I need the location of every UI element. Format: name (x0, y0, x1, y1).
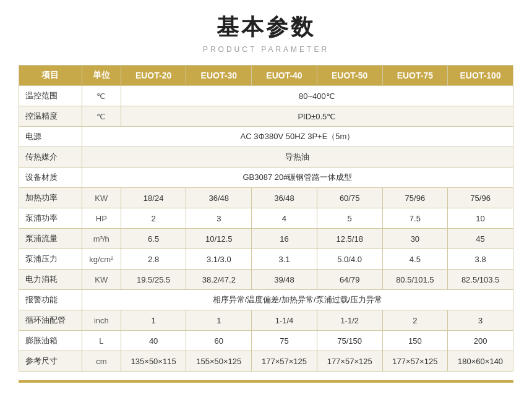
row-cell: 30 (382, 229, 448, 249)
row-cell: 2 (382, 310, 448, 331)
row-cell: 75/96 (382, 188, 448, 208)
row-merged-value: AC 3Φ380V 50HZ 3P+E（5m） (82, 127, 513, 147)
column-header-euot100: EUOT-100 (448, 66, 513, 86)
row-cell: 3 (448, 310, 513, 331)
row-cell: 1 (186, 310, 252, 331)
table-row: 膨胀油箱L40607575/150150200 (19, 331, 513, 351)
row-cell: 4.5 (382, 249, 448, 270)
row-cell: 75/150 (317, 331, 382, 351)
row-cell: 75/96 (448, 188, 513, 208)
column-header-euot50: EUOT-50 (317, 66, 382, 86)
row-cell: 82.5/103.5 (448, 270, 513, 290)
table-row: 泵浦功率HP23457.510 (19, 208, 513, 229)
table-row: 加热功率KW18/2436/4836/4860/7575/9675/96 (19, 188, 513, 208)
row-merged-value: 80~400℃ (121, 86, 513, 106)
row-cell: 135×50×115 (121, 351, 186, 372)
row-unit: KW (82, 270, 121, 290)
row-cell: 60 (186, 331, 252, 351)
row-cell: 16 (252, 229, 317, 249)
row-cell: 75 (252, 331, 317, 351)
row-cell: 177×57×125 (317, 351, 382, 372)
table-row: 泵浦流量m³/h6.510/12.51612.5/183045 (19, 229, 513, 249)
table-row: 温控范围℃80~400℃ (19, 86, 513, 106)
column-header-euot30: EUOT-30 (186, 66, 252, 86)
row-cell: 60/75 (317, 188, 382, 208)
table-row: 控温精度℃PID±0.5℃ (19, 106, 513, 127)
row-label: 报警功能 (19, 290, 82, 310)
table-header: 项目单位EUOT-20EUOT-30EUOT-40EUOT-50EUOT-75E… (19, 66, 513, 86)
row-label: 传热媒介 (19, 147, 82, 168)
row-cell: 3 (186, 208, 252, 229)
row-cell: 80.5/101.5 (382, 270, 448, 290)
column-header-euot40: EUOT-40 (252, 66, 317, 86)
row-cell: 2 (121, 208, 186, 229)
row-label: 控温精度 (19, 106, 82, 127)
column-header-label: 项目 (19, 66, 82, 86)
column-header-euot20: EUOT-20 (121, 66, 186, 86)
row-cell: 1-1/2 (317, 310, 382, 331)
row-unit: ℃ (82, 106, 121, 127)
row-cell: 64/79 (317, 270, 382, 290)
row-cell: 177×57×125 (252, 351, 317, 372)
row-unit: KW (82, 188, 121, 208)
table-row: 电力消耗KW19.5/25.538.2/47.239/4864/7980.5/1… (19, 270, 513, 290)
row-cell: 150 (382, 331, 448, 351)
row-unit: m³/h (82, 229, 121, 249)
row-merged-value: 导热油 (82, 147, 513, 168)
row-cell: 4 (252, 208, 317, 229)
row-cell: 3.8 (448, 249, 513, 270)
row-merged-value: GB3087 20#碳钢管路一体成型 (82, 168, 513, 188)
row-cell: 36/48 (252, 188, 317, 208)
row-cell: 3.1/3.0 (186, 249, 252, 270)
row-cell: 5 (317, 208, 382, 229)
row-cell: 10 (448, 208, 513, 229)
row-label: 温控范围 (19, 86, 82, 106)
row-label: 泵浦功率 (19, 208, 82, 229)
row-cell: 10/12.5 (186, 229, 252, 249)
row-unit: kg/cm² (82, 249, 121, 270)
row-cell: 18/24 (121, 188, 186, 208)
table-row: 设备材质GB3087 20#碳钢管路一体成型 (19, 168, 513, 188)
row-label: 膨胀油箱 (19, 331, 82, 351)
row-cell: 2.8 (121, 249, 186, 270)
table-row: 循环油配管inch111-1/41-1/223 (19, 310, 513, 331)
row-cell: 12.5/18 (317, 229, 382, 249)
row-cell: 5.0/4.0 (317, 249, 382, 270)
table-body: 温控范围℃80~400℃控温精度℃PID±0.5℃电源AC 3Φ380V 50H… (19, 86, 513, 372)
table-row: 电源AC 3Φ380V 50HZ 3P+E（5m） (19, 127, 513, 147)
row-label: 电力消耗 (19, 270, 82, 290)
row-cell: 7.5 (382, 208, 448, 229)
param-table: 项目单位EUOT-20EUOT-30EUOT-40EUOT-50EUOT-75E… (19, 65, 513, 372)
row-cell: 200 (448, 331, 513, 351)
row-unit: inch (82, 310, 121, 331)
row-cell: 177×57×125 (382, 351, 448, 372)
row-cell: 1-1/4 (252, 310, 317, 331)
row-label: 循环油配管 (19, 310, 82, 331)
row-label: 加热功率 (19, 188, 82, 208)
column-header-unit: 单位 (82, 66, 121, 86)
table-row: 传热媒介导热油 (19, 147, 513, 168)
row-cell: 38.2/47.2 (186, 270, 252, 290)
table-row: 泵浦压力kg/cm²2.83.1/3.03.15.0/4.04.53.8 (19, 249, 513, 270)
table-row: 参考尺寸cm135×50×115155×50×125177×57×125177×… (19, 351, 513, 372)
table-row: 报警功能相序异常/温度偏差/加热异常/泵浦过载/压力异常 (19, 290, 513, 310)
row-cell: 180×60×140 (448, 351, 513, 372)
row-label: 泵浦压力 (19, 249, 82, 270)
row-cell: 40 (121, 331, 186, 351)
row-label: 参考尺寸 (19, 351, 82, 372)
row-unit: L (82, 331, 121, 351)
bottom-bar (19, 380, 513, 383)
row-cell: 3.1 (252, 249, 317, 270)
page-subtitle: PRODUCT PARAMETER (203, 45, 329, 54)
row-cell: 45 (448, 229, 513, 249)
row-merged-value: PID±0.5℃ (121, 106, 513, 127)
row-cell: 155×50×125 (186, 351, 252, 372)
row-cell: 39/48 (252, 270, 317, 290)
page-title: 基本参数 (217, 12, 315, 43)
row-merged-value: 相序异常/温度偏差/加热异常/泵浦过载/压力异常 (82, 290, 513, 310)
row-unit: cm (82, 351, 121, 372)
row-label: 电源 (19, 127, 82, 147)
row-unit: ℃ (82, 86, 121, 106)
row-cell: 19.5/25.5 (121, 270, 186, 290)
row-cell: 1 (121, 310, 186, 331)
